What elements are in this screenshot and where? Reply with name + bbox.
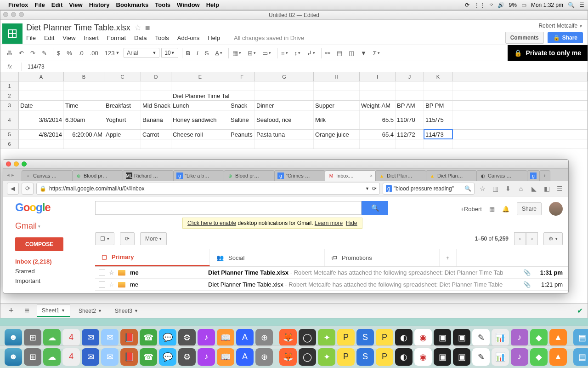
undo-icon[interactable]: ↶ xyxy=(17,48,26,58)
bell-icon[interactable]: 🔔 xyxy=(502,206,509,213)
back-icon[interactable]: ◂ xyxy=(7,172,10,178)
select-all[interactable] xyxy=(0,72,19,81)
table-title[interactable]: Diet Planner Time Table xyxy=(171,91,229,100)
menubar-item[interactable]: File xyxy=(34,1,45,8)
menu-data[interactable]: Data xyxy=(134,34,147,41)
row-checkbox[interactable] xyxy=(99,270,105,276)
menu-file[interactable]: File xyxy=(26,34,36,41)
font-select[interactable]: Arial▼ xyxy=(124,48,159,58)
dock-app-icon[interactable]: 💬 xyxy=(159,348,176,366)
enable-notif-link[interactable]: Click here to enable xyxy=(187,220,236,226)
new-tab-button[interactable]: + xyxy=(539,170,550,181)
menu-edit[interactable]: Edit xyxy=(44,34,54,41)
pocket-icon[interactable]: ◣ xyxy=(529,184,539,194)
browser-tab[interactable]: g"Crimes … xyxy=(274,170,325,181)
browser-tab[interactable]: ▫Canvas … xyxy=(22,170,73,181)
cell[interactable]: 6:20:00 AM xyxy=(64,130,104,139)
cell[interactable]: Honey sandwich xyxy=(171,110,229,129)
apps-icon[interactable]: ▦ xyxy=(489,206,495,213)
hdr[interactable]: Mid Snack xyxy=(141,101,171,110)
avatar[interactable] xyxy=(549,202,563,216)
hdr[interactable]: BP PM xyxy=(424,101,452,110)
menu-view[interactable]: View xyxy=(62,34,75,41)
chevron-down-icon[interactable]: ▼ xyxy=(579,24,583,29)
link-icon[interactable]: ⚯ xyxy=(321,48,333,58)
menu-help[interactable]: Help xyxy=(208,34,220,41)
google-logo[interactable]: Google xyxy=(15,201,87,214)
col-header[interactable]: D xyxy=(141,72,171,81)
functions-icon[interactable]: Σ▾ xyxy=(371,48,382,58)
dock-app-icon[interactable]: ▣ xyxy=(453,348,470,366)
window-titlebar[interactable] xyxy=(3,160,568,169)
dock-app-icon[interactable]: P xyxy=(337,348,355,366)
reader-icon[interactable]: ⟳ xyxy=(372,185,377,192)
print-icon[interactable]: 🖶 xyxy=(4,48,15,58)
fwd-icon[interactable]: ▸ xyxy=(11,172,14,178)
dropdown-icon[interactable]: ▼ xyxy=(365,186,369,191)
browser-tab[interactable]: MLRichard … xyxy=(123,170,174,181)
dock-app-icon[interactable]: ☁ xyxy=(43,348,61,366)
col-header[interactable]: G xyxy=(255,72,314,81)
extension-icon[interactable]: ◧ xyxy=(542,184,552,194)
dock-app-icon[interactable]: P xyxy=(376,329,393,346)
plus-user[interactable]: +Robert xyxy=(460,206,482,213)
dock-app-icon[interactable]: ✉ xyxy=(101,348,119,366)
fx-icon[interactable]: fx xyxy=(0,63,19,70)
dock-app-icon[interactable]: 📕 xyxy=(120,329,138,346)
browser-tab[interactable]: ▲Diet Plan… xyxy=(375,170,426,181)
tab-primary[interactable]: ▢Primary xyxy=(95,249,210,266)
italic-icon[interactable]: I xyxy=(194,48,201,58)
dock-app-icon[interactable]: ♪ xyxy=(511,348,528,366)
col-header[interactable]: J xyxy=(396,72,424,81)
search-icon[interactable]: 🔍 xyxy=(464,185,471,192)
gmail-search-button[interactable]: 🔍 xyxy=(362,201,388,215)
dock-app-icon[interactable]: ◆ xyxy=(530,329,548,346)
merge-icon[interactable]: ▭▾ xyxy=(260,48,273,58)
dock-app-icon[interactable]: ▤ xyxy=(573,329,588,346)
row-header[interactable]: 5 xyxy=(0,130,19,139)
row-header[interactable]: 2 xyxy=(0,91,19,100)
back-button[interactable]: ◀ xyxy=(7,183,19,195)
dock-app-icon[interactable]: ◉ xyxy=(414,348,432,366)
formula-input[interactable]: 114/73 xyxy=(25,63,45,70)
col-header[interactable]: I xyxy=(360,72,396,81)
sheet-tab[interactable]: Sheet3▼ xyxy=(110,305,143,316)
menubar-item[interactable]: Bookmarks xyxy=(116,1,149,8)
browser-tab[interactable]: g xyxy=(527,170,540,181)
menubar-item[interactable]: History xyxy=(89,1,110,8)
menu-format[interactable]: Format xyxy=(107,34,126,41)
col-header[interactable]: E xyxy=(171,72,229,81)
comment-icon[interactable]: ▤ xyxy=(334,48,345,58)
browser-tab[interactable]: ▲Diet Plan… xyxy=(426,170,477,181)
browser-tab[interactable]: ◐Canvas … xyxy=(476,170,527,181)
dock-app-icon[interactable]: 📊 xyxy=(492,329,509,346)
menu-insert[interactable]: Insert xyxy=(84,34,99,41)
prev-page-button[interactable]: ‹ xyxy=(514,232,526,245)
grid[interactable]: 1 2Diet Planner Time Table 3 Date Time B… xyxy=(0,81,588,149)
add-sheet-button[interactable]: + xyxy=(5,306,17,316)
zoom-icon[interactable] xyxy=(19,12,24,17)
dock-app-icon[interactable]: ♪ xyxy=(511,329,528,346)
sheet-tab[interactable]: Sheet2▼ xyxy=(74,305,107,316)
dock-app-icon[interactable]: 📖 xyxy=(217,348,234,366)
dock-app-icon[interactable]: ✎ xyxy=(472,348,490,366)
nav-starred[interactable]: Starred xyxy=(15,266,87,276)
dock-app-icon[interactable]: ✦ xyxy=(318,329,335,346)
minimize-icon[interactable] xyxy=(11,12,16,17)
close-tab-icon[interactable]: × xyxy=(370,173,373,178)
nav-important[interactable]: Important xyxy=(15,276,87,286)
dock-app-icon[interactable]: 🦊 xyxy=(279,348,297,366)
fill-icon[interactable]: ▦▾ xyxy=(228,48,243,58)
minimize-icon[interactable] xyxy=(14,161,19,167)
dock-app-icon[interactable]: ⚙ xyxy=(178,348,196,366)
dock-app-icon[interactable]: ▲ xyxy=(549,348,567,366)
window-titlebar[interactable]: Untitled 82 — Edited xyxy=(0,11,588,20)
dock-finder-icon[interactable]: ☻ xyxy=(5,348,22,366)
hdr[interactable]: Time xyxy=(64,101,104,110)
reload-button[interactable]: ⟳ xyxy=(22,183,34,195)
cell[interactable]: Peanuts xyxy=(229,130,255,139)
bookmarks-icon[interactable]: ▥ xyxy=(490,184,500,194)
row-header[interactable]: 1 xyxy=(0,81,19,91)
cell[interactable]: 115/75 xyxy=(424,110,452,129)
col-header[interactable]: B xyxy=(64,72,104,81)
